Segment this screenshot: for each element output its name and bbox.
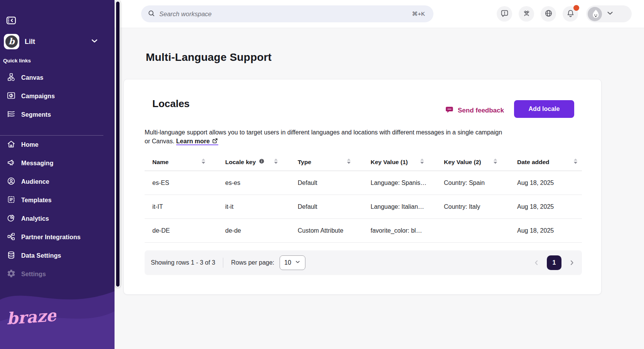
footer-divider — [223, 258, 223, 268]
sidebar-item-home[interactable]: Home — [0, 136, 115, 154]
chat-bubble-icon — [445, 105, 454, 116]
search-shortcut-hint: ⌘+K — [412, 10, 425, 17]
sidebar-item-label: Data Settings — [21, 252, 61, 259]
workspace-search[interactable]: ⌘+K — [141, 5, 433, 22]
feedback-button[interactable] — [497, 6, 512, 22]
sidebar-item-settings[interactable]: Settings — [0, 265, 115, 284]
sort-icon[interactable] — [201, 158, 206, 166]
sort-icon[interactable] — [493, 158, 498, 166]
send-feedback-button[interactable]: Send feedback — [445, 105, 504, 116]
table-footer: Showing rows 1 - 3 of 3 Rows per page: 1… — [145, 250, 582, 275]
data-settings-icon — [7, 250, 16, 261]
sidebar-item-label: Home — [21, 141, 39, 148]
sidebar-item-segments[interactable]: Segments — [0, 106, 115, 124]
pagination: 1 — [533, 255, 576, 270]
previous-page-button[interactable] — [533, 259, 540, 267]
workspace-name: Lilt — [25, 38, 35, 46]
sidebar-item-label: Partner Integrations — [21, 234, 81, 241]
messaging-icon — [7, 158, 16, 169]
language-button[interactable] — [541, 6, 556, 22]
cell-type: Default — [290, 203, 363, 210]
rows-per-page-select[interactable]: 10 — [280, 255, 305, 270]
sidebar-item-label: Analytics — [21, 215, 49, 222]
sort-icon[interactable] — [346, 158, 351, 166]
braze-wordmark-text: braze — [6, 307, 56, 328]
sidebar-item-partner-integrations[interactable]: Partner Integrations — [0, 228, 115, 247]
column-header-key-value-1: Key Value (1) — [363, 158, 436, 166]
workspace-switcher[interactable]: b Lilt — [4, 33, 111, 50]
info-icon[interactable] — [258, 158, 265, 166]
cell-locale-key: de-de — [217, 227, 290, 234]
cell-date-added: Aug 18, 2025 — [509, 180, 582, 186]
sidebar-item-canvas[interactable]: Canvas — [0, 69, 115, 87]
learn-more-link[interactable]: Learn more — [176, 138, 218, 145]
sidebar-item-label: Canvas — [21, 74, 44, 81]
chevron-down-icon — [606, 9, 614, 19]
cell-key-value-1: Language: Spanis… — [363, 180, 436, 186]
next-page-button[interactable] — [568, 259, 576, 267]
table-row[interactable]: de-DE de-de Custom Attribute favorite_co… — [145, 219, 582, 243]
alert-bubble-icon — [500, 9, 509, 19]
sidebar-nav: Canvas Campaigns — [0, 69, 115, 284]
team-button[interactable] — [519, 6, 534, 22]
sidebar-item-templates[interactable]: Templates — [0, 191, 115, 210]
card-heading: Locales — [152, 98, 190, 110]
collapse-sidebar-button[interactable] — [5, 15, 18, 27]
braze-wordmark: braze — [6, 307, 56, 333]
cell-key-value-1: favorite_color: bl… — [363, 227, 436, 234]
bell-icon — [566, 9, 575, 19]
rows-per-page-value: 10 — [284, 259, 291, 266]
cell-key-value-2: Country: Italy — [436, 203, 509, 210]
external-link-icon — [212, 139, 218, 145]
page-title: Multi-Language Support — [146, 51, 271, 64]
table-row[interactable]: it-IT it-it Default Language: Italian… C… — [145, 195, 582, 219]
sidebar-resize-handle[interactable] — [115, 1, 120, 287]
sidebar-item-analytics[interactable]: Analytics — [0, 210, 115, 228]
locales-table: Name Locale key Type Key Value (1) — [145, 153, 582, 243]
cell-locale-key: it-it — [217, 203, 290, 210]
cell-type: Default — [290, 180, 363, 186]
canvas-icon — [7, 72, 16, 83]
home-icon — [7, 139, 16, 150]
cell-date-added: Aug 18, 2025 — [509, 203, 582, 210]
sidebar-item-messaging[interactable]: Messaging — [0, 154, 115, 173]
sidebar-item-campaigns[interactable]: Campaigns — [0, 87, 115, 106]
globe-icon — [544, 9, 553, 19]
segments-icon — [7, 109, 16, 120]
current-page-button[interactable]: 1 — [547, 255, 561, 270]
settings-icon — [7, 269, 16, 280]
sidebar-item-audience[interactable]: Audience — [0, 173, 115, 191]
sidebar: b Lilt Quick links Canvas — [0, 0, 115, 349]
chevron-down-icon — [90, 36, 99, 47]
search-input[interactable] — [159, 10, 412, 18]
sidebar-item-label: Campaigns — [21, 93, 55, 100]
sort-icon[interactable] — [420, 158, 425, 166]
cell-locale-key: es-es — [217, 180, 290, 186]
app-screen: b Lilt Quick links Canvas — [0, 0, 644, 349]
sidebar-item-label: Messaging — [21, 160, 54, 167]
collapse-sidebar-icon — [5, 21, 17, 27]
notifications-button[interactable] — [563, 6, 578, 22]
add-locale-button[interactable]: Add locale — [514, 100, 574, 118]
column-header-locale-key: Locale key — [217, 158, 290, 166]
sort-icon[interactable] — [273, 158, 278, 166]
column-header-date-added: Date added — [509, 158, 582, 166]
analytics-icon — [7, 213, 16, 224]
column-header-name: Name — [145, 158, 217, 166]
table-header-row: Name Locale key Type Key Value (1) — [145, 153, 582, 171]
showing-rows-text: Showing rows 1 - 3 of 3 — [151, 259, 215, 266]
audience-icon — [7, 176, 16, 187]
topbar: ⌘+K — [115, 0, 644, 28]
locales-card: Locales Send feedback Add locale Multi-l… — [123, 79, 602, 295]
sort-icon[interactable] — [573, 158, 578, 166]
user-menu[interactable] — [586, 5, 632, 22]
notification-badge — [573, 5, 579, 11]
rows-per-page-label: Rows per page: — [231, 259, 274, 266]
sidebar-item-data-settings[interactable]: Data Settings — [0, 247, 115, 265]
braze-logo-icon: b — [4, 34, 19, 49]
table-row[interactable]: es-ES es-es Default Language: Spanis… Co… — [145, 171, 582, 195]
users-group-icon — [522, 9, 531, 19]
avatar — [588, 7, 602, 21]
card-description: Multi-language support allows you to tar… — [145, 128, 507, 146]
quick-links-heading: Quick links — [3, 58, 31, 64]
